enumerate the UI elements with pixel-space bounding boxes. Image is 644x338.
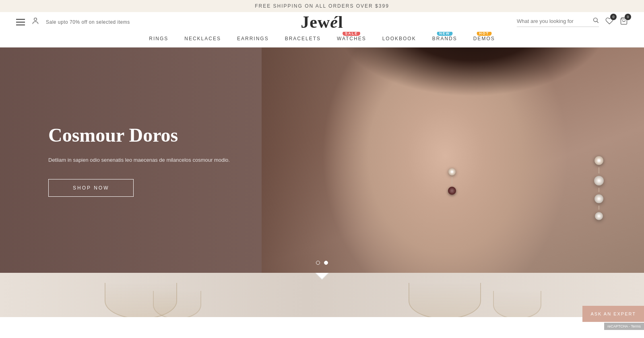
hero-content: Cosmour Doros Detliam in sapien odio sen… — [0, 124, 230, 197]
nav-item-necklaces[interactable]: NECKLACES — [184, 36, 221, 41]
earring-gem-3 — [595, 212, 603, 220]
slide-dot-2[interactable] — [324, 261, 328, 265]
wishlist-badge: 0 — [610, 14, 617, 20]
nav-item-brands[interactable]: New BRANDS — [432, 36, 457, 41]
bottom-section — [0, 273, 644, 317]
necklace-preview-right — [409, 283, 481, 317]
header: Sale upto 70% off on selected items Jewé… — [0, 12, 644, 32]
slide-dot-1[interactable] — [316, 261, 320, 265]
sale-text: Sale upto 70% off on selected items — [46, 19, 130, 25]
earring-right — [594, 156, 604, 220]
user-icon[interactable] — [31, 17, 39, 27]
hero-portrait — [262, 47, 644, 273]
earring-gem-2 — [594, 194, 603, 203]
nav-item-lookbook[interactable]: LOOKBOOK — [382, 36, 416, 41]
logo[interactable]: Jewél — [301, 12, 343, 32]
header-left: Sale upto 70% off on selected items — [16, 17, 130, 27]
hero-title: Cosmour Doros — [48, 124, 230, 147]
svg-point-0 — [34, 18, 37, 21]
hero-subtitle: Detliam in sapien odio senenatis leo mae… — [48, 156, 230, 165]
earring-gem-1 — [594, 176, 604, 185]
header-right: 0 0 — [517, 17, 628, 27]
nav-item-bracelets[interactable]: BRACELETS — [285, 36, 321, 41]
slider-dots — [316, 261, 328, 265]
nav-item-earrings[interactable]: EARRINGS — [237, 36, 269, 41]
search-icon[interactable] — [592, 17, 599, 25]
hamburger-button[interactable] — [16, 19, 25, 25]
nav-item-watches[interactable]: Sale WATCHES — [337, 36, 366, 41]
announcement-bar: FREE SHIPPING ON ALL ORDERS OVER $399 — [0, 0, 644, 12]
ask-expert-button[interactable]: ASK AN EXPERT — [582, 306, 644, 317]
nav-item-demos[interactable]: Hot DEMOS — [473, 36, 495, 41]
search-input[interactable] — [517, 18, 589, 24]
cart-badge: 0 — [625, 14, 631, 20]
search-container — [517, 17, 599, 27]
main-nav: RINGS NECKLACES EARRINGS BRACELETS Sale … — [0, 32, 644, 47]
necklace-preview-right-2 — [493, 291, 541, 317]
portrait-layer — [262, 47, 644, 273]
announcement-text: FREE SHIPPING ON ALL ORDERS OVER $399 — [255, 3, 389, 9]
bottom-left-panel — [0, 273, 306, 317]
earring-circle-top — [594, 156, 603, 165]
svg-point-1 — [594, 18, 597, 22]
cart-button[interactable]: 0 — [620, 17, 628, 27]
shop-now-button[interactable]: SHOP NOW — [48, 179, 134, 197]
necklace-preview-left-2 — [153, 291, 201, 317]
earring-drop — [448, 187, 456, 195]
earring-circle — [448, 168, 456, 175]
hero-section: Cosmour Doros Detliam in sapien odio sen… — [0, 47, 644, 273]
wishlist-button[interactable]: 0 — [605, 17, 613, 27]
earring-left — [340, 168, 564, 195]
svg-line-2 — [597, 21, 599, 23]
nav-item-rings[interactable]: RINGS — [149, 36, 168, 41]
